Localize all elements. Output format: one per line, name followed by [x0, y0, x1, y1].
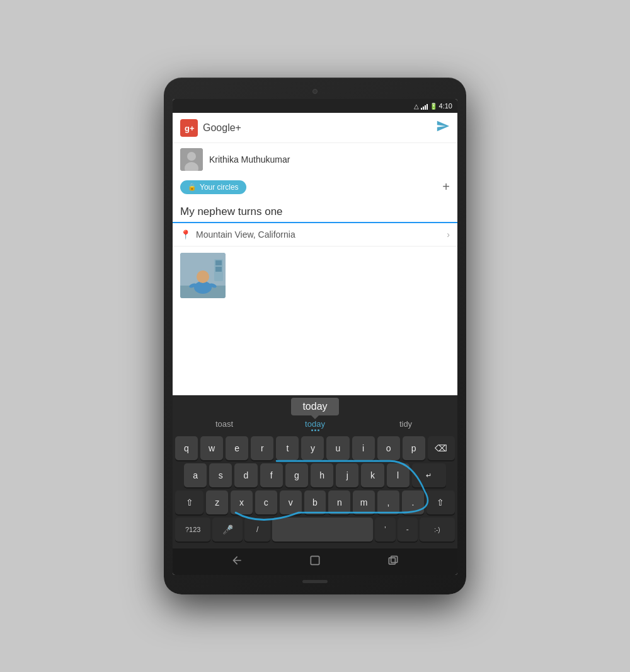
key-y[interactable]: y	[301, 436, 324, 460]
key-row-3: ⇧ z x c v b n m , . ⇧	[175, 490, 455, 514]
location-pin-icon: 📍	[180, 229, 191, 240]
shift-key-right[interactable]: ⇧	[427, 490, 455, 514]
key-d[interactable]: d	[234, 463, 257, 487]
dash-key[interactable]: -	[398, 518, 418, 542]
add-circle-button[interactable]: +	[442, 180, 450, 194]
location-row[interactable]: 📍 Mountain View, California ›	[173, 223, 457, 246]
photo-thumbnail[interactable]	[180, 253, 226, 298]
battery-icon: 🔋	[430, 103, 437, 110]
suggestion-toast[interactable]: toast	[179, 419, 270, 431]
svg-point-7	[197, 270, 209, 283]
svg-rect-12	[215, 267, 222, 272]
circles-row: 🔒 Your circles +	[173, 176, 457, 198]
recents-button[interactable]	[387, 554, 399, 570]
key-j[interactable]: j	[336, 463, 358, 487]
suggestion-today[interactable]: today	[305, 419, 325, 429]
key-row-1: q w e r t y u i o p ⌫	[175, 436, 455, 460]
avatar	[180, 148, 203, 171]
key-i[interactable]: i	[352, 436, 375, 460]
smiley-key[interactable]: :-)	[420, 518, 455, 542]
location-text: Mountain View, California	[196, 229, 447, 240]
app-title: Google+	[203, 122, 436, 134]
key-period[interactable]: .	[402, 490, 424, 514]
key-l[interactable]: l	[387, 463, 410, 487]
lock-icon: 🔒	[188, 183, 197, 191]
post-input-area[interactable]: My nephew turns one	[173, 198, 457, 223]
key-v[interactable]: v	[280, 490, 302, 514]
wifi-icon: △	[414, 103, 419, 110]
key-m[interactable]: m	[353, 490, 375, 514]
keyboard-wrapper: today toast today tidy	[173, 395, 457, 548]
app-content: g+ Google+	[173, 113, 457, 395]
home-button-physical[interactable]	[302, 580, 328, 583]
app-header: g+ Google+	[173, 113, 457, 143]
home-button[interactable]	[309, 554, 321, 570]
key-o[interactable]: o	[377, 436, 400, 460]
svg-rect-11	[215, 260, 222, 265]
slash-key[interactable]: /	[244, 518, 270, 542]
mic-key[interactable]: 🎤	[212, 518, 243, 542]
key-comma[interactable]: ,	[377, 490, 399, 514]
key-h[interactable]: h	[311, 463, 333, 487]
svg-rect-14	[389, 557, 395, 564]
key-q[interactable]: q	[175, 436, 198, 460]
camera	[312, 89, 318, 94]
svg-point-2	[187, 152, 196, 161]
time-display: 4:10	[439, 102, 452, 110]
post-text[interactable]: My nephew turns one	[180, 204, 450, 219]
svg-rect-15	[391, 556, 398, 562]
photo-area	[173, 246, 457, 304]
user-row: Krithika Muthukumar	[173, 143, 457, 176]
send-button[interactable]	[436, 119, 450, 136]
circles-label: Your circles	[200, 183, 239, 192]
numbers-key[interactable]: ?123	[175, 518, 210, 542]
key-p[interactable]: p	[403, 436, 425, 460]
location-arrow-icon: ›	[447, 229, 450, 240]
suggestion-tidy[interactable]: tidy	[360, 419, 451, 431]
key-n[interactable]: n	[328, 490, 350, 514]
shift-key-left[interactable]: ⇧	[175, 490, 203, 514]
suggestion-tooltip: today	[173, 395, 457, 415]
suggestion-tooltip-bubble: today	[291, 398, 338, 415]
key-a[interactable]: a	[184, 463, 207, 487]
user-name: Krithika Muthukumar	[209, 154, 290, 165]
key-c[interactable]: c	[255, 490, 277, 514]
key-k[interactable]: k	[361, 463, 384, 487]
key-t[interactable]: t	[276, 436, 299, 460]
key-u[interactable]: u	[326, 436, 349, 460]
key-f[interactable]: f	[260, 463, 283, 487]
key-s[interactable]: s	[209, 463, 232, 487]
status-bar: △ 🔋 4:10	[173, 99, 457, 113]
signal-icon	[421, 102, 428, 110]
suggestion-dots	[311, 429, 319, 431]
svg-text:g+: g+	[185, 124, 195, 133]
nav-bar	[173, 548, 457, 575]
key-z[interactable]: z	[206, 490, 228, 514]
back-button[interactable]	[231, 554, 243, 570]
svg-rect-13	[311, 556, 319, 564]
circles-badge[interactable]: 🔒 Your circles	[180, 180, 246, 194]
key-b[interactable]: b	[304, 490, 326, 514]
key-e[interactable]: e	[226, 436, 248, 460]
keyboard-container: q w e r t y u i o p ⌫ a	[173, 434, 457, 548]
key-r[interactable]: r	[251, 436, 273, 460]
key-row-2: a s d f g h j k l ↵	[175, 463, 455, 487]
gplus-logo: g+	[180, 119, 198, 137]
key-w[interactable]: w	[200, 436, 223, 460]
space-key[interactable]	[272, 518, 374, 542]
enter-key[interactable]: ↵	[412, 463, 446, 487]
tablet-device: △ 🔋 4:10 g+	[164, 78, 466, 594]
key-row-4: ?123 🎤 / ' - :-)	[175, 518, 455, 542]
key-x[interactable]: x	[231, 490, 253, 514]
keyboard: q w e r t y u i o p ⌫ a	[173, 434, 457, 548]
apostrophe-key[interactable]: '	[375, 518, 395, 542]
backspace-key[interactable]: ⌫	[428, 436, 455, 460]
status-icons: △ 🔋 4:10	[414, 102, 452, 110]
tablet-screen: △ 🔋 4:10 g+	[173, 99, 457, 575]
key-g[interactable]: g	[285, 463, 308, 487]
